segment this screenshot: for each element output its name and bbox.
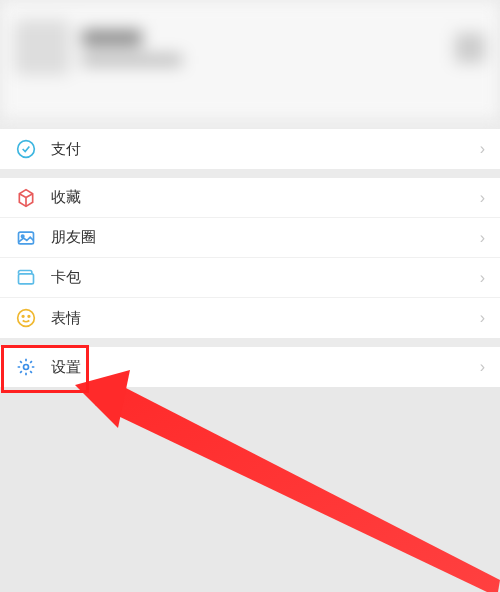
list-item-label: 设置 bbox=[51, 358, 480, 377]
section-settings: 设置 › bbox=[0, 347, 500, 387]
section-pay: 支付 › bbox=[0, 129, 500, 169]
svg-point-10 bbox=[24, 365, 29, 370]
chevron-right-icon: › bbox=[480, 140, 485, 158]
list-item-label: 卡包 bbox=[51, 268, 480, 287]
list-item-settings[interactable]: 设置 › bbox=[0, 347, 500, 387]
list-item-label: 支付 bbox=[51, 140, 480, 159]
section-features: 收藏 › 朋友圈 › 卡包 › bbox=[0, 178, 500, 338]
list-item-stickers[interactable]: 表情 › bbox=[0, 298, 500, 338]
list-item-moments[interactable]: 朋友圈 › bbox=[0, 218, 500, 258]
moments-icon bbox=[15, 227, 37, 249]
list-item-favorites[interactable]: 收藏 › bbox=[0, 178, 500, 218]
svg-point-0 bbox=[18, 141, 35, 158]
svg-point-9 bbox=[28, 316, 30, 318]
chevron-right-icon: › bbox=[480, 358, 485, 376]
svg-marker-11 bbox=[95, 385, 500, 592]
svg-line-2 bbox=[26, 193, 33, 197]
profile-name bbox=[82, 30, 142, 46]
chevron-right-icon: › bbox=[480, 269, 485, 287]
chevron-right-icon: › bbox=[480, 309, 485, 327]
list-item-label: 表情 bbox=[51, 309, 480, 328]
qr-icon bbox=[455, 33, 485, 63]
pay-icon bbox=[15, 138, 37, 160]
cards-icon bbox=[15, 267, 37, 289]
profile-id bbox=[82, 54, 182, 66]
section-gap bbox=[0, 169, 500, 178]
svg-point-8 bbox=[22, 316, 24, 318]
svg-line-1 bbox=[19, 193, 26, 197]
profile-header[interactable] bbox=[0, 0, 500, 120]
list-item-cards[interactable]: 卡包 › bbox=[0, 258, 500, 298]
favorites-icon bbox=[15, 187, 37, 209]
list-item-label: 收藏 bbox=[51, 188, 480, 207]
svg-rect-6 bbox=[19, 273, 34, 283]
list-item-label: 朋友圈 bbox=[51, 228, 480, 247]
chevron-right-icon: › bbox=[480, 229, 485, 247]
svg-point-7 bbox=[18, 310, 35, 327]
avatar bbox=[15, 20, 70, 75]
section-gap bbox=[0, 120, 500, 129]
section-gap bbox=[0, 338, 500, 347]
stickers-icon bbox=[15, 307, 37, 329]
chevron-right-icon: › bbox=[480, 189, 485, 207]
settings-icon bbox=[15, 356, 37, 378]
list-item-pay[interactable]: 支付 › bbox=[0, 129, 500, 169]
